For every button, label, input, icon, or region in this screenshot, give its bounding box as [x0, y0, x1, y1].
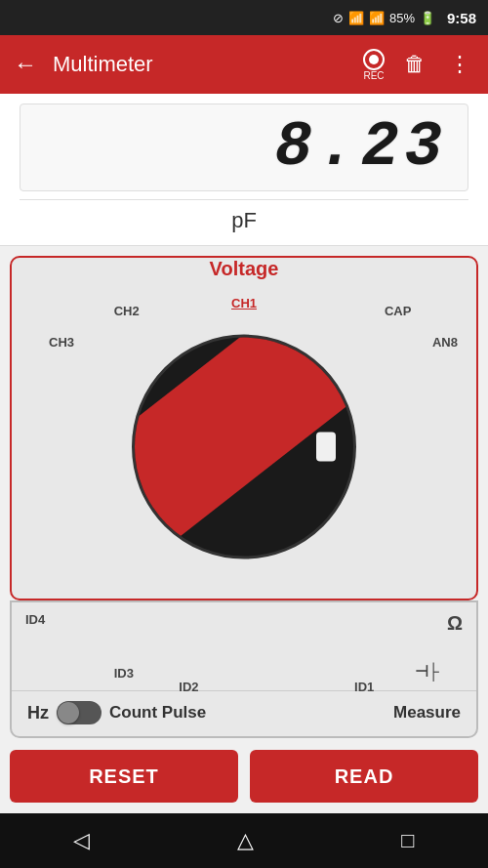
wifi-icon: 📶 — [348, 11, 364, 25]
reading-value: 8.23 — [274, 112, 448, 183]
ch3-label: CH3 — [49, 335, 74, 350]
status-bar: ⊘ 📶 📶 85% 🔋 9:58 — [0, 0, 488, 35]
ch1-label: CH1 — [231, 296, 257, 310]
reading-display: 8.23 — [20, 103, 468, 191]
rec-dot — [369, 55, 379, 64]
back-button[interactable]: ← — [14, 51, 37, 78]
delete-icon[interactable]: 🗑 — [400, 48, 429, 81]
battery-text: 85% — [389, 11, 415, 25]
ohm-label: Ω — [447, 612, 463, 635]
status-icons: ⊘ 📶 📶 85% 🔋 — [333, 11, 435, 25]
read-button[interactable]: READ — [250, 750, 478, 803]
signal-icon: 📶 — [369, 11, 385, 25]
no-signal-icon: ⊘ — [333, 11, 344, 25]
toggle-knob — [58, 702, 79, 723]
id3-label: ID3 — [114, 666, 134, 681]
status-time: 9:58 — [447, 10, 476, 26]
id1-label: ID1 — [354, 680, 374, 694]
measure-label: Measure — [393, 703, 461, 723]
bottom-buttons: RESET READ — [10, 750, 478, 803]
nav-recents-icon[interactable]: □ — [401, 828, 414, 853]
cap-label: CAP — [385, 304, 411, 318]
battery-icon: 🔋 — [420, 11, 435, 25]
id4-label: ID4 — [25, 612, 45, 627]
rec-label: REC — [363, 70, 384, 81]
ch2-label: CH2 — [114, 304, 140, 318]
reset-button[interactable]: RESET — [10, 750, 238, 803]
an8-label: AN8 — [432, 335, 458, 350]
nav-home-icon[interactable]: △ — [237, 828, 254, 853]
app-bar: ← Multimeter REC 🗑 ⋮ — [0, 35, 488, 94]
voltage-label: Voltage — [12, 258, 476, 280]
dial-area[interactable]: CH1 CH2 CAP CH3 AN8 — [12, 286, 476, 599]
dial-knob[interactable] — [132, 335, 356, 559]
rec-circle — [363, 49, 385, 70]
more-options-icon[interactable]: ⋮ — [445, 48, 474, 81]
dial-notch — [316, 433, 336, 462]
nav-back-icon[interactable]: ◁ — [73, 828, 90, 853]
dial-top-box: Voltage CH1 CH2 CAP CH3 AN8 — [10, 256, 478, 600]
nav-bar: ◁ △ □ — [0, 813, 488, 868]
hz-label: Hz — [27, 703, 49, 723]
rec-button[interactable]: REC — [363, 49, 385, 81]
hz-toggle-group: Hz Count Pulse — [27, 701, 206, 724]
unit-display: pF — [20, 199, 468, 245]
count-pulse-label: Count Pulse — [109, 703, 206, 723]
app-title: Multimeter — [53, 52, 347, 77]
id2-label: ID2 — [179, 680, 198, 694]
dial-bottom-box: ID4 Ω ID3 ⊣├ ID2 ID1 Hz Count Pulse Meas… — [10, 600, 478, 738]
hz-toggle[interactable] — [57, 701, 102, 724]
display-section: 8.23 pF — [0, 94, 488, 246]
diode-label: ⊣├ — [415, 662, 439, 681]
